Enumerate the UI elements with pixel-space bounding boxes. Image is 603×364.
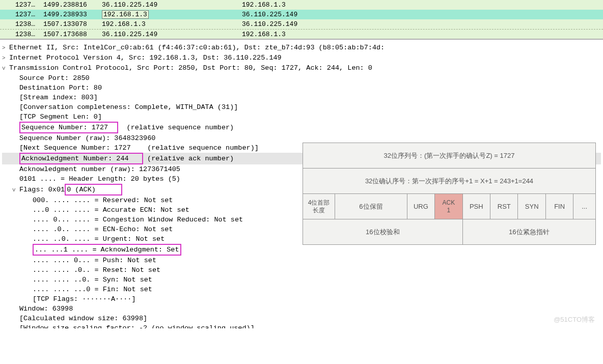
conversation-completeness[interactable]: [Conversation completeness: Complete, WI… bbox=[2, 102, 601, 112]
tcp-header[interactable]: vTransmission Control Protocol, Src Port… bbox=[2, 63, 601, 73]
col-destination: 192.168.1.3 bbox=[242, 30, 385, 39]
tcp-header-diagram: 32位序列号：(第一次挥手的确认号Z) = 1727 32位确认序号：第一次挥手… bbox=[303, 143, 596, 245]
rst-cell: RST bbox=[490, 194, 518, 219]
col-source: 192.168.1.3 bbox=[102, 19, 242, 29]
urgent-pointer-cell: 16位紧急指针 bbox=[462, 219, 595, 245]
col-destination: 36.110.225.149 bbox=[242, 19, 385, 29]
flag-push[interactable]: .... .... 0... = Push: Not set bbox=[2, 256, 601, 265]
col-time: 1507.133078 bbox=[43, 19, 102, 29]
window-scaling-factor[interactable]: [Window size scaling factor: -2 (no wind… bbox=[2, 323, 601, 328]
checksum-cell: 16位校验和 bbox=[303, 219, 463, 245]
tcp-segment-len[interactable]: [TCP Segment Len: 0] bbox=[2, 112, 601, 122]
flag-fin[interactable]: .... .... ...0 = Fin: Not set bbox=[2, 285, 601, 294]
packet-details: >Ethernet II, Src: IntelCor_c0:ab:61 (f4… bbox=[0, 40, 603, 330]
flag-reset[interactable]: .... .... .0.. = Reset: Not set bbox=[2, 265, 601, 275]
ack-flag-cell: ACK1 bbox=[435, 194, 462, 219]
fin-cell: FIN bbox=[545, 194, 573, 219]
col-source: 192.168.1.3 bbox=[102, 10, 242, 19]
destination-port[interactable]: Destination Port: 80 bbox=[2, 83, 601, 93]
sequence-number-raw[interactable]: Sequence Number (raw): 3648323960 bbox=[2, 133, 601, 143]
seq-row: 32位序列号：(第一次挥手的确认号Z) = 1727 bbox=[303, 143, 596, 169]
ack-row: 32位确认序号：第一次挥手的序号+1 = X+1 = 243+1=244 bbox=[303, 169, 596, 194]
calculated-window-size[interactable]: [Calculated window size: 63998] bbox=[2, 314, 601, 323]
col-time: 1499.238933 bbox=[43, 10, 102, 19]
source-port[interactable]: Source Port: 2850 bbox=[2, 73, 601, 83]
col-no: 1237… bbox=[15, 0, 43, 10]
more-cell: ... bbox=[573, 194, 596, 219]
sequence-number[interactable]: Sequence Number: 1727 (relative sequence… bbox=[2, 122, 601, 133]
packet-list: 1237… 1499.238816 36.110.225.149 192.168… bbox=[0, 0, 603, 40]
packet-row[interactable]: 1238… 1507.133078 192.168.1.3 36.110.225… bbox=[0, 19, 603, 29]
col-source: 36.110.225.149 bbox=[102, 30, 242, 39]
flag-syn[interactable]: .... .... ..0. = Syn: Not set bbox=[2, 275, 601, 285]
tcp-flags-string[interactable]: [TCP Flags: ·······A····] bbox=[2, 294, 601, 304]
expand-icon[interactable]: > bbox=[2, 53, 9, 63]
window[interactable]: Window: 63998 bbox=[2, 304, 601, 314]
expand-icon[interactable]: > bbox=[2, 43, 9, 53]
ethernet-header[interactable]: >Ethernet II, Src: IntelCor_c0:ab:61 (f4… bbox=[2, 43, 601, 53]
packet-row-selected[interactable]: 1237… 1499.238933 192.168.1.3 36.110.225… bbox=[0, 10, 603, 19]
col-destination: 192.168.1.3 bbox=[242, 0, 385, 10]
col-time: 1507.173688 bbox=[43, 30, 102, 39]
reserved-cell: 6位保留 bbox=[335, 194, 407, 219]
watermark: @51CTO博客 bbox=[554, 315, 595, 324]
col-no: 1237… bbox=[15, 10, 43, 19]
col-no: 1238… bbox=[15, 30, 43, 39]
packet-row[interactable]: 1238… 1507.173688 36.110.225.149 192.168… bbox=[0, 29, 603, 39]
packet-row[interactable]: 1237… 1499.238816 36.110.225.149 192.168… bbox=[0, 0, 603, 10]
col-destination: 36.110.225.149 bbox=[242, 10, 385, 19]
flag-acknowledgment[interactable]: ... ...1 .... = Acknowledgment: Set bbox=[2, 244, 601, 256]
header-len-cell: 4位首部长度 bbox=[303, 194, 335, 219]
urg-cell: URG bbox=[407, 194, 434, 219]
psh-cell: PSH bbox=[462, 194, 490, 219]
col-no: 1238… bbox=[15, 19, 43, 29]
ip-header[interactable]: >Internet Protocol Version 4, Src: 192.1… bbox=[2, 53, 601, 63]
col-time: 1499.238816 bbox=[43, 0, 102, 10]
collapse-icon[interactable]: v bbox=[2, 64, 9, 73]
syn-cell: SYN bbox=[518, 194, 545, 219]
stream-index[interactable]: [Stream index: 803] bbox=[2, 93, 601, 102]
collapse-icon[interactable]: v bbox=[12, 185, 19, 195]
col-source: 36.110.225.149 bbox=[102, 0, 242, 10]
